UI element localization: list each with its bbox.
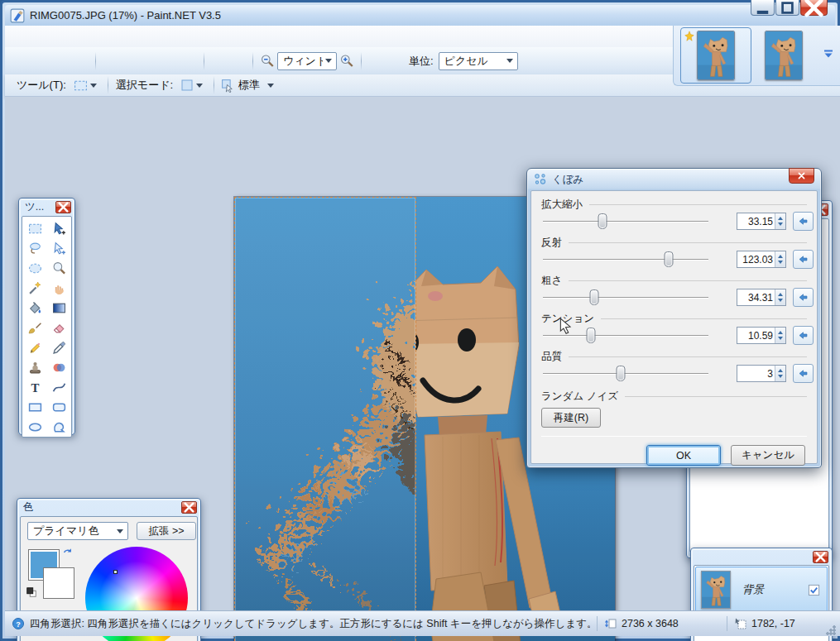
- menu-item[interactable]: [129, 33, 144, 40]
- tool-button[interactable]: [23, 397, 47, 417]
- swap-arrows-icon[interactable]: [62, 547, 74, 558]
- menu-item[interactable]: [84, 33, 99, 40]
- cancel-button[interactable]: キャンセル: [731, 445, 805, 466]
- layers-panel-close-button[interactable]: [813, 551, 828, 563]
- reset-button[interactable]: [793, 364, 814, 383]
- active-tool-dropdown[interactable]: [71, 77, 103, 94]
- tool-button[interactable]: [47, 417, 71, 437]
- slider[interactable]: [543, 289, 708, 307]
- spinner[interactable]: [775, 366, 785, 381]
- resize-grip[interactable]: [825, 624, 837, 636]
- expand-colors-button[interactable]: 拡張 >>: [137, 522, 196, 540]
- colors-panel-close-button[interactable]: [181, 501, 197, 514]
- tool-button[interactable]: [23, 298, 47, 318]
- zoom-out-icon[interactable]: [257, 51, 277, 71]
- tool-button[interactable]: [47, 337, 71, 357]
- lasso-select-icon: [28, 242, 42, 256]
- slider-thumb[interactable]: [665, 251, 674, 267]
- menu-item[interactable]: [10, 33, 25, 40]
- restore-button[interactable]: [775, 0, 799, 16]
- checkbox-checked-icon[interactable]: [808, 584, 820, 596]
- menu-item[interactable]: [25, 33, 40, 40]
- spinner[interactable]: [775, 213, 785, 229]
- value-input[interactable]: 33.15: [737, 213, 786, 230]
- freeform-shape-icon: [52, 420, 66, 434]
- close-button[interactable]: [800, 0, 828, 16]
- colors-panel-titlebar[interactable]: 色: [17, 499, 200, 516]
- tool-button[interactable]: [47, 238, 71, 258]
- tool-button[interactable]: [23, 357, 47, 377]
- slider-thumb[interactable]: [587, 328, 596, 343]
- layer-row-background[interactable]: 背景: [695, 567, 828, 613]
- tools-panel-titlebar[interactable]: ツ...: [19, 199, 74, 216]
- tool-button[interactable]: [23, 417, 47, 437]
- menu-item[interactable]: [99, 33, 114, 40]
- selection-mode-dropdown[interactable]: [178, 77, 209, 93]
- slider[interactable]: [543, 365, 708, 383]
- value-input[interactable]: 10.59: [737, 327, 786, 344]
- reset-button[interactable]: [793, 250, 814, 269]
- color-wheel-marker[interactable]: [113, 570, 118, 574]
- tool-button[interactable]: [23, 318, 47, 337]
- rounded-rectangle-icon: [52, 400, 66, 414]
- tool-button[interactable]: [23, 337, 47, 357]
- unit-combobox[interactable]: ピクセル: [439, 52, 518, 70]
- slider-thumb[interactable]: [598, 213, 607, 229]
- menu-item[interactable]: [55, 33, 70, 40]
- tool-button[interactable]: [47, 318, 71, 337]
- reset-button[interactable]: [793, 326, 814, 345]
- value-input[interactable]: 3: [737, 365, 786, 382]
- titlebar[interactable]: RIMG0075.JPG (17%) - Paint.NET V3.5: [5, 5, 835, 26]
- tool-button[interactable]: [47, 258, 71, 278]
- slider-thumb[interactable]: [590, 289, 599, 305]
- tool-button[interactable]: T: [23, 377, 47, 397]
- close-icon: [801, 0, 827, 21]
- layers-panel-titlebar[interactable]: [691, 548, 832, 565]
- tool-button[interactable]: [23, 258, 47, 278]
- secondary-color-swatch[interactable]: [44, 568, 74, 598]
- svg-text:?: ?: [16, 620, 21, 629]
- tool-button[interactable]: [47, 298, 71, 318]
- value-input[interactable]: 123.03: [737, 251, 786, 268]
- tool-button[interactable]: [47, 218, 71, 238]
- menu-item[interactable]: [114, 33, 129, 40]
- slider-thumb[interactable]: [617, 366, 626, 381]
- tool-button[interactable]: [47, 377, 71, 397]
- menu-item[interactable]: [40, 33, 55, 40]
- close-icon: [814, 550, 828, 564]
- slider[interactable]: [543, 251, 708, 269]
- tool-button[interactable]: [47, 397, 71, 417]
- spinner[interactable]: [775, 328, 785, 343]
- rect-select-icon: [28, 222, 42, 236]
- flood-mode-dropdown[interactable]: 標準: [218, 76, 281, 94]
- zoom-in-icon[interactable]: [337, 51, 357, 71]
- image-size-icon: [604, 617, 617, 630]
- menu-item[interactable]: [70, 33, 84, 40]
- dialog-close-button[interactable]: [789, 168, 814, 184]
- zoom-combobox[interactable]: ウィンドウ: [277, 52, 337, 70]
- chevron-down-icon[interactable]: [821, 47, 836, 60]
- tool-button[interactable]: [47, 357, 71, 377]
- value-input[interactable]: 34.31: [737, 289, 786, 306]
- tool-button[interactable]: [23, 238, 47, 258]
- reseed-button[interactable]: 再建(R): [541, 408, 601, 428]
- image-thumbnail-active[interactable]: [680, 27, 751, 84]
- reset-button[interactable]: [793, 212, 814, 231]
- reset-bw-icon[interactable]: [26, 586, 37, 598]
- eraser-icon: [52, 321, 66, 335]
- menu-item[interactable]: [144, 33, 159, 40]
- slider[interactable]: [543, 213, 708, 231]
- color-mode-combobox[interactable]: プライマリ色: [27, 522, 128, 540]
- tool-button[interactable]: [23, 218, 47, 238]
- dialog-field: 反射 123.03: [541, 236, 807, 274]
- image-thumbnail[interactable]: [758, 29, 809, 82]
- spinner[interactable]: [775, 251, 785, 267]
- ok-button[interactable]: OK: [646, 445, 721, 466]
- reset-button[interactable]: [793, 288, 814, 307]
- spinner[interactable]: [775, 289, 785, 305]
- tools-panel-close-button[interactable]: [55, 201, 71, 213]
- tool-button[interactable]: [23, 278, 47, 298]
- tool-button[interactable]: [47, 278, 71, 298]
- dialog-titlebar[interactable]: くぼみ: [527, 169, 821, 190]
- minimize-button[interactable]: [751, 0, 775, 16]
